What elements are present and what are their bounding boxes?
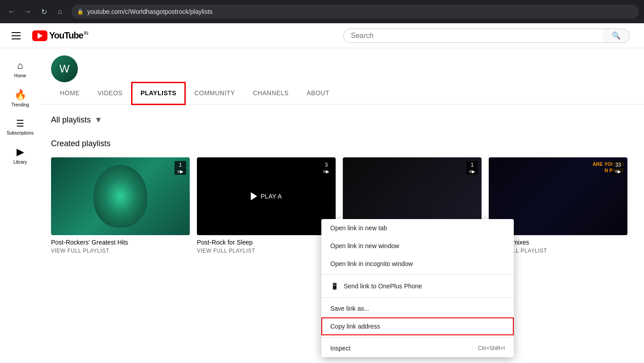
youtube-header: YouTubeIN 🔍: [0, 23, 644, 48]
play-overlay: PLAY A: [251, 192, 282, 200]
search-container: 🔍: [343, 29, 630, 43]
reload-button[interactable]: ↻: [38, 5, 50, 18]
tab-home[interactable]: HOME: [51, 82, 89, 105]
home-button[interactable]: ⌂: [54, 5, 66, 18]
tab-about[interactable]: ABOUT: [298, 82, 338, 105]
count-number-3: 1: [471, 162, 474, 168]
youtube-logo[interactable]: YouTubeIN: [32, 30, 88, 41]
playlist-title-1: Post-Rockers' Greatest Hits: [51, 239, 190, 246]
all-playlists-button[interactable]: All playlists ▼: [51, 115, 102, 125]
context-menu-item-save-link[interactable]: Save link as...: [321, 300, 514, 317]
send-phone-label: Send link to OnePlus Phone: [344, 283, 422, 290]
subscriptions-icon: ☰: [16, 118, 24, 129]
trending-icon: 🔥: [14, 89, 26, 101]
copy-link-label: Copy link address: [330, 323, 380, 330]
back-button[interactable]: ←: [5, 5, 18, 18]
playlist-count-badge-3: 1 ≡▶: [466, 161, 478, 175]
view-full-link-1[interactable]: VIEW FULL PLAYLIST: [51, 248, 190, 254]
context-menu: Open link in new tab Open link in new wi…: [321, 219, 514, 357]
search-button[interactable]: 🔍: [603, 29, 630, 43]
forward-button[interactable]: →: [21, 5, 34, 18]
queue-icon-3: ≡▶: [469, 169, 475, 174]
count-number-1: 1: [179, 162, 182, 168]
phone-icon: 📱: [330, 282, 338, 290]
playlist-count-badge-2: 3 ≡▶: [320, 161, 332, 175]
playlist-count-badge-1: 1 ≡▶: [175, 161, 186, 175]
hamburger-line-1: [12, 32, 21, 33]
inspect-shortcut: Ctrl+Shift+I: [478, 345, 505, 351]
search-icon: 🔍: [612, 31, 621, 40]
context-menu-item-new-tab[interactable]: Open link in new tab: [321, 219, 514, 237]
playlist-thumb-2: PLAY A 3 ≡▶: [197, 157, 336, 235]
playlist-card-2[interactable]: PLAY A 3 ≡▶ Post-Rock for Sleep VIEW FUL…: [197, 157, 336, 254]
tab-playlists[interactable]: PLAYLISTS: [132, 82, 185, 105]
lock-icon: 🔒: [77, 8, 84, 15]
incognito-label: Open link in incognito window: [330, 260, 413, 267]
queue-icon-1: ≡▶: [177, 169, 183, 174]
context-menu-separator-2: [321, 297, 514, 298]
context-menu-item-incognito[interactable]: Open link in incognito window: [321, 255, 514, 273]
hamburger-line-3: [12, 38, 21, 39]
context-menu-item-send-phone[interactable]: 📱 Send link to OnePlus Phone: [321, 277, 514, 295]
nav-buttons: ← → ↻ ⌂: [5, 5, 66, 18]
context-menu-separator-3: [321, 337, 514, 338]
address-bar[interactable]: 🔒 youtube.com/c/Worldhasgotpostrock/play…: [72, 4, 639, 19]
playlist-thumb-1: 1 ≡▶: [51, 157, 190, 235]
context-menu-item-new-window[interactable]: Open link in new window: [321, 237, 514, 255]
playlist-card-1[interactable]: 1 ≡▶ Post-Rockers' Greatest Hits VIEW FU…: [51, 157, 190, 254]
sidebar: ⌂ Home 🔥 Trending ☰ Subscriptions ▶ Libr…: [0, 48, 40, 363]
play-label: PLAY A: [261, 193, 282, 200]
count-number-2: 3: [325, 162, 328, 168]
context-menu-item-copy-link[interactable]: Copy link address: [321, 317, 514, 335]
channel-avatar-area: W: [40, 48, 644, 82]
search-input[interactable]: [343, 29, 603, 43]
library-icon: ▶: [17, 146, 24, 158]
tab-videos[interactable]: VIDEOS: [89, 82, 132, 105]
youtube-play-triangle: [38, 33, 43, 39]
hamburger-button[interactable]: [7, 27, 25, 45]
channel-avatar: W: [51, 55, 78, 82]
save-link-label: Save link as...: [330, 305, 369, 312]
thumb-face-art: [94, 165, 147, 228]
play-triangle-icon: [251, 192, 257, 200]
avatar-initial: W: [60, 63, 70, 75]
queue-icon-2: ≡▶: [323, 169, 329, 174]
youtube-logo-icon: [32, 30, 47, 41]
section-title: Created playlists: [51, 139, 633, 148]
sidebar-label-home: Home: [14, 73, 26, 78]
sidebar-item-home[interactable]: ⌂ Home: [0, 55, 40, 83]
sidebar-item-subscriptions[interactable]: ☰ Subscriptions: [0, 114, 40, 140]
sidebar-item-trending[interactable]: 🔥 Trending: [0, 84, 40, 112]
dropdown-arrow-icon: ▼: [94, 115, 102, 125]
browser-bar: ← → ↻ ⌂ 🔒 youtube.com/c/Worldhasgotpostr…: [0, 0, 644, 23]
url-text: youtube.com/c/Worldhasgotpostrock/playli…: [87, 8, 213, 15]
home-icon: ⌂: [17, 60, 23, 72]
all-playlists-label: All playlists: [51, 115, 91, 125]
new-tab-label: Open link in new tab: [330, 224, 387, 232]
count-number-4: 33: [615, 162, 621, 168]
hamburger-line-2: [12, 35, 21, 36]
new-window-label: Open link in new window: [330, 242, 399, 249]
inspect-label: Inspect: [330, 345, 350, 352]
channel-tabs: HOME VIDEOS PLAYLISTS COMMUNITY CHANNELS…: [40, 82, 644, 105]
sidebar-item-library[interactable]: ▶ Library: [0, 142, 40, 169]
queue-icon-4: ≡▶: [615, 169, 621, 174]
playlist-count-badge-4: 33 ≡▶: [612, 161, 624, 175]
view-full-link-2[interactable]: VIEW FULL PLAYLIST: [197, 248, 336, 254]
sidebar-label-library: Library: [13, 160, 27, 165]
tab-channels[interactable]: CHANNELS: [244, 82, 298, 105]
sidebar-label-subscriptions: Subscriptions: [7, 131, 34, 135]
playlist-title-2: Post-Rock for Sleep: [197, 239, 336, 246]
context-menu-separator-1: [321, 274, 514, 275]
context-menu-item-inspect[interactable]: Inspect Ctrl+Shift+I: [321, 339, 514, 357]
sidebar-label-trending: Trending: [11, 102, 29, 107]
youtube-logo-text: YouTubeIN: [49, 30, 88, 41]
tab-community[interactable]: COMMUNITY: [185, 82, 244, 105]
